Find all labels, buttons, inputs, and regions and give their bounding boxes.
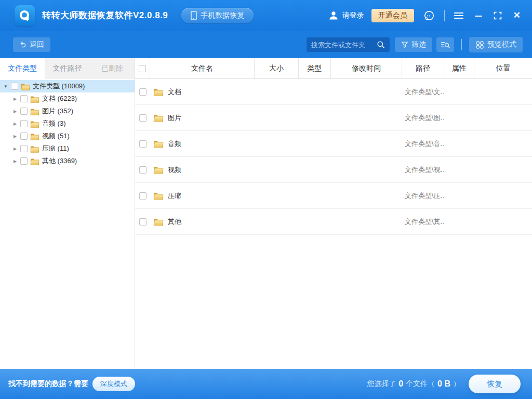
app-logo-icon <box>15 5 35 26</box>
collapsed-arrow-icon[interactable]: ▶ <box>12 134 18 139</box>
collapsed-arrow-icon[interactable]: ▶ <box>12 147 18 151</box>
footer-bar: 找不到需要的数据？需要 深度模式 您选择了 0 个文件（ 0 B ） 恢复 <box>0 369 532 399</box>
folder-icon <box>153 113 164 122</box>
file-name: 其他 <box>168 217 181 227</box>
search-in-results-button[interactable] <box>436 37 454 52</box>
tree-root-label: 文件类型 (10009) <box>33 82 85 91</box>
row-checkbox[interactable] <box>139 114 147 122</box>
column-header-filename[interactable]: 文件名 <box>150 58 255 78</box>
row-checkbox[interactable] <box>139 140 147 148</box>
file-name: 音频 <box>168 139 181 149</box>
filter-button[interactable]: 筛选 <box>395 37 432 52</box>
tab-file-path[interactable]: 文件路径 <box>45 58 89 79</box>
expanded-arrow-icon[interactable]: ▼ <box>3 84 8 89</box>
tree-item-checkbox[interactable] <box>20 145 28 152</box>
file-name: 图片 <box>168 113 181 123</box>
collapsed-arrow-icon[interactable]: ▶ <box>12 97 18 101</box>
file-name: 文档 <box>168 87 181 97</box>
selection-middle: 个文件（ <box>406 379 435 389</box>
filter-label: 筛选 <box>411 40 426 49</box>
tree-item-checkbox[interactable] <box>20 120 28 127</box>
tree-item-checkbox[interactable] <box>20 132 28 140</box>
column-header-modified[interactable]: 修改时间 <box>331 58 402 78</box>
tree-root-file-type[interactable]: ▼ 文件类型 (10009) <box>0 80 135 92</box>
folder-icon <box>153 191 164 200</box>
tree-item-checkbox[interactable] <box>20 95 28 102</box>
back-label: 返回 <box>30 40 44 49</box>
folder-icon <box>153 87 164 96</box>
list-search-icon <box>441 41 450 49</box>
folder-icon <box>153 165 164 174</box>
tab-file-type[interactable]: 文件类型 <box>0 58 45 79</box>
tree-item-other[interactable]: ▶ 其他 (3369) <box>0 155 135 167</box>
table-row[interactable]: 视频 文件类型\视... <box>135 157 532 183</box>
tree-item-checkbox[interactable] <box>20 108 28 115</box>
tree-root-checkbox[interactable] <box>11 83 18 90</box>
customer-service-icon <box>423 10 435 21</box>
collapsed-arrow-icon[interactable]: ▶ <box>12 109 18 114</box>
menu-button[interactable] <box>452 10 466 21</box>
title-bar: 转转大师数据恢复软件V2.0.8.9 手机数据恢复 请登录 开通会员 <box>0 0 532 31</box>
selection-prefix: 您选择了 <box>367 379 396 389</box>
column-header-attr[interactable]: 属性 <box>444 58 474 78</box>
selection-status: 您选择了 0 个文件（ 0 B ） <box>367 379 460 389</box>
search-icon[interactable] <box>377 41 385 49</box>
collapsed-arrow-icon[interactable]: ▶ <box>12 122 18 126</box>
table-row[interactable]: 压缩 文件类型\压... <box>135 183 532 209</box>
column-header-size[interactable]: 大小 <box>255 58 299 78</box>
table-row[interactable]: 图片 文件类型\图... <box>135 105 532 131</box>
preview-mode-label: 预览模式 <box>487 40 516 49</box>
login-button[interactable]: 请登录 <box>328 10 364 21</box>
phone-recovery-label: 手机数据恢复 <box>201 11 244 20</box>
deep-scan-hint: 找不到需要的数据？需要 <box>8 379 88 389</box>
folder-icon <box>30 145 39 153</box>
column-header-path[interactable]: 路径 <box>402 58 444 78</box>
app-title: 转转大师数据恢复软件V2.0.8.9 <box>42 9 168 21</box>
preview-mode-button[interactable]: 预览模式 <box>469 37 523 52</box>
file-path: 文件类型\其... <box>402 217 444 227</box>
column-header-type[interactable]: 类型 <box>299 58 331 78</box>
table-header: 文件名 大小 类型 修改时间 路径 属性 位置 <box>135 58 532 79</box>
folder-icon <box>153 139 164 148</box>
customer-service-button[interactable] <box>421 8 437 23</box>
selection-size: 0 B <box>437 379 450 389</box>
titlebar-divider <box>444 10 445 21</box>
filter-funnel-icon <box>401 41 408 48</box>
deep-mode-button[interactable]: 深度模式 <box>92 377 135 391</box>
open-vip-button[interactable]: 开通会员 <box>371 9 414 22</box>
row-checkbox[interactable] <box>139 218 147 225</box>
tab-deleted[interactable]: 已删除 <box>90 58 135 79</box>
column-header-location[interactable]: 位置 <box>474 58 532 78</box>
row-checkbox[interactable] <box>139 88 147 96</box>
recover-button[interactable]: 恢复 <box>469 375 521 393</box>
tree-item-documents[interactable]: ▶ 文档 (6223) <box>0 92 135 105</box>
sidebar-tabs: 文件类型 文件路径 已删除 <box>0 58 135 79</box>
close-button[interactable]: ✕ <box>511 8 523 23</box>
tree-item-archive[interactable]: ▶ 压缩 (11) <box>0 142 135 155</box>
toolbar-divider <box>461 39 462 50</box>
select-all-checkbox[interactable] <box>139 65 146 72</box>
tree-item-pictures[interactable]: ▶ 图片 (352) <box>0 105 135 117</box>
table-row[interactable]: 音频 文件类型\音... <box>135 131 532 157</box>
preview-grid-icon <box>475 41 484 49</box>
file-path: 文件类型\图... <box>402 113 444 123</box>
table-row[interactable]: 文档 文件类型\文... <box>135 79 532 105</box>
back-icon <box>19 41 26 48</box>
phone-recovery-button[interactable]: 手机数据恢复 <box>181 8 254 23</box>
tree-item-checkbox[interactable] <box>20 157 28 165</box>
table-row[interactable]: 其他 文件类型\其... <box>135 209 532 235</box>
minimize-button[interactable] <box>473 10 484 21</box>
tree-item-audio[interactable]: ▶ 音频 (3) <box>0 117 135 130</box>
tree-item-label: 视频 (51) <box>42 131 70 141</box>
collapsed-arrow-icon[interactable]: ▶ <box>12 159 18 164</box>
search-input[interactable] <box>311 41 374 49</box>
back-button[interactable]: 返回 <box>13 37 50 52</box>
folder-icon <box>153 217 164 226</box>
row-checkbox[interactable] <box>139 192 147 200</box>
row-checkbox[interactable] <box>139 166 147 174</box>
folder-icon <box>30 132 39 140</box>
phone-icon <box>191 11 197 20</box>
file-path: 文件类型\视... <box>402 165 444 175</box>
fullscreen-button[interactable] <box>491 9 504 22</box>
tree-item-video[interactable]: ▶ 视频 (51) <box>0 130 135 142</box>
